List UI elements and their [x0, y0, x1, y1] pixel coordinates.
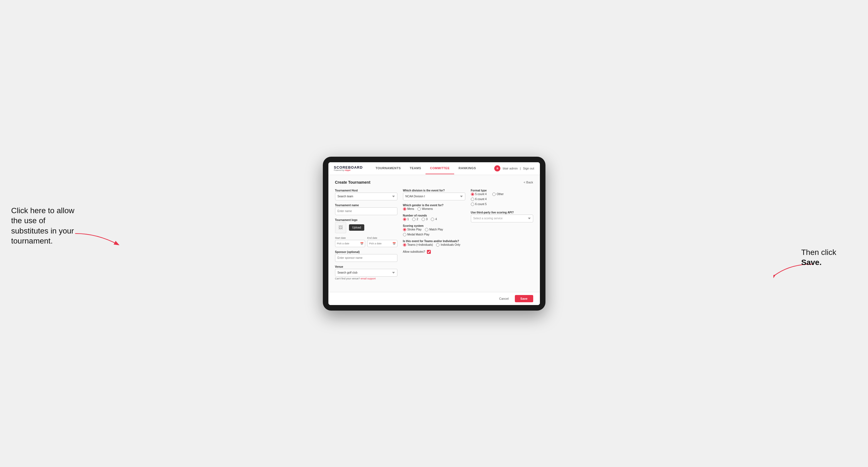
col1-section: Tournament Host Search team Tournament n… — [335, 189, 397, 280]
scoring-service-select[interactable]: Select a scoring service — [471, 215, 533, 222]
gender-womens[interactable]: Womens — [417, 207, 433, 211]
gender-radio-group: Mens Womens — [403, 207, 465, 211]
format-6count4-radio[interactable] — [471, 197, 474, 201]
right-prefix: Then click — [801, 248, 836, 257]
rounds-1-label: 1 — [407, 218, 409, 221]
end-date-label: End date — [367, 237, 397, 239]
nav-committee[interactable]: COMMITTEE — [426, 162, 454, 174]
scoring-stroke[interactable]: Stroke Play — [403, 228, 422, 231]
format-5count4-radio[interactable] — [471, 193, 474, 196]
event-individuals-radio[interactable] — [436, 243, 439, 247]
gender-womens-radio[interactable] — [417, 207, 421, 211]
name-field-group: Tournament name — [335, 204, 397, 215]
start-date-group: Start date 📅 — [335, 237, 365, 247]
logo-scoreboard: SCOREBOARD — [334, 165, 363, 169]
sponsor-input[interactable] — [335, 254, 397, 262]
scoring-field-group: Scoring system Stroke Play Match Play — [403, 224, 465, 236]
format-6count5-radio[interactable] — [471, 203, 474, 206]
logo-label: Tournament logo — [335, 218, 397, 221]
rounds-1[interactable]: 1 — [403, 218, 409, 221]
format-5count4: 5 count 4 Other — [471, 193, 533, 196]
event-teams-radio[interactable] — [403, 243, 406, 247]
rounds-3[interactable]: 3 — [422, 218, 428, 221]
nav-rankings[interactable]: RANKINGS — [454, 162, 480, 174]
form-columns: Tournament Host Search team Tournament n… — [335, 189, 533, 280]
event-teams-label: Teams (+Individuals) — [407, 243, 433, 246]
start-date-wrap: 📅 — [335, 240, 365, 247]
rounds-3-radio[interactable] — [422, 218, 425, 221]
scoring-label: Scoring system — [403, 224, 465, 227]
gender-mens[interactable]: Mens — [403, 207, 414, 211]
logo-brand: clippd — [344, 169, 350, 171]
rounds-2[interactable]: 2 — [412, 218, 418, 221]
scoring-medal-label: Medal Match Play — [407, 233, 429, 236]
scoring-match-radio[interactable] — [425, 228, 428, 231]
rounds-2-radio[interactable] — [412, 218, 415, 221]
rounds-4-radio[interactable] — [431, 218, 434, 221]
end-date-group: End date 📅 — [367, 237, 397, 247]
sponsor-field-group: Sponsor (optional) — [335, 250, 397, 262]
name-input[interactable] — [335, 207, 397, 215]
scoring-stroke-label: Stroke Play — [407, 228, 422, 231]
event-individuals-label: Individuals Only — [440, 243, 460, 246]
format-6count5-label[interactable]: 6 count 5 — [471, 203, 487, 206]
host-field-group: Tournament Host Search team — [335, 189, 397, 200]
scoring-medal[interactable]: Medal Match Play — [403, 233, 429, 236]
host-select[interactable]: Search team — [335, 193, 397, 200]
format-other-radio[interactable] — [492, 193, 496, 196]
scoring-match-label: Match Play — [429, 228, 443, 231]
substitutes-label: Allow substitutes? — [403, 250, 425, 253]
scoring-medal-radio[interactable] — [403, 233, 406, 236]
rounds-4-label: 4 — [435, 218, 437, 221]
rounds-3-label: 3 — [426, 218, 428, 221]
host-label: Tournament Host — [335, 189, 397, 192]
navbar: SCOREBOARD Powered by clippd TOURNAMENTS… — [329, 162, 540, 175]
scoring-match[interactable]: Match Play — [425, 228, 443, 231]
page-header: Create Tournament < Back — [335, 180, 533, 185]
nav-tournaments[interactable]: TOURNAMENTS — [371, 162, 405, 174]
rounds-4[interactable]: 4 — [431, 218, 437, 221]
sign-out-link[interactable]: Sign out — [523, 167, 534, 170]
division-select[interactable]: NCAA Division I — [403, 193, 465, 200]
gender-label: Which gender is the event for? — [403, 204, 465, 207]
calendar-icon-end: 📅 — [393, 242, 396, 245]
event-individuals[interactable]: Individuals Only — [436, 243, 460, 247]
right-bold: Save. — [801, 258, 822, 267]
logo-field-group: Tournament logo 🖼 Upload — [335, 218, 397, 233]
email-support-link[interactable]: email support — [361, 277, 376, 280]
cancel-button[interactable]: Cancel — [496, 295, 512, 302]
format-label: Format type — [471, 189, 533, 192]
format-5count4-label[interactable]: 5 count 4 — [471, 193, 487, 196]
division-field-group: Which division is the event for? NCAA Di… — [403, 189, 465, 200]
event-type-label: Is this event for Teams and/or Individua… — [403, 240, 465, 243]
substitutes-checkbox-label[interactable]: Allow substitutes? — [403, 250, 465, 254]
name-label: Tournament name — [335, 204, 397, 207]
rounds-radio-group: 1 2 3 — [403, 218, 465, 221]
upload-button[interactable]: Upload — [349, 224, 365, 231]
logo-powered: Powered by clippd — [334, 169, 363, 171]
logo-upload-area: 🖼 Upload — [335, 222, 397, 233]
cant-find-text: Can't find your venue? email support — [335, 277, 397, 280]
format-6count5: 6 count 5 — [471, 203, 533, 206]
gender-womens-label: Womens — [422, 207, 433, 210]
format-6count4-label[interactable]: 6 count 4 — [471, 197, 487, 201]
logo-area: SCOREBOARD Powered by clippd — [334, 165, 363, 171]
format-6count4: 6 count 4 — [471, 197, 533, 201]
format-other-label[interactable]: Other — [492, 193, 504, 196]
save-button[interactable]: Save — [515, 295, 533, 302]
back-link[interactable]: < Back — [524, 181, 533, 184]
calendar-icon-start: 📅 — [360, 242, 364, 245]
format-6count5-text: 6 count 5 — [475, 203, 487, 206]
venue-select[interactable]: Search golf club — [335, 269, 397, 277]
col2-section: Which division is the event for? NCAA Di… — [403, 189, 465, 280]
rounds-1-radio[interactable] — [403, 218, 406, 221]
gender-mens-radio[interactable] — [403, 207, 406, 211]
logo-preview: 🖼 — [335, 222, 346, 233]
annotation-right-text: Then click Save. — [801, 247, 857, 268]
format-5count4-text: 5 count 4 — [475, 193, 487, 196]
nav-teams[interactable]: TEAMS — [405, 162, 426, 174]
substitutes-checkbox[interactable] — [427, 250, 431, 254]
rounds-label: Number of rounds — [403, 214, 465, 217]
scoring-stroke-radio[interactable] — [403, 228, 406, 231]
event-teams[interactable]: Teams (+Individuals) — [403, 243, 433, 247]
